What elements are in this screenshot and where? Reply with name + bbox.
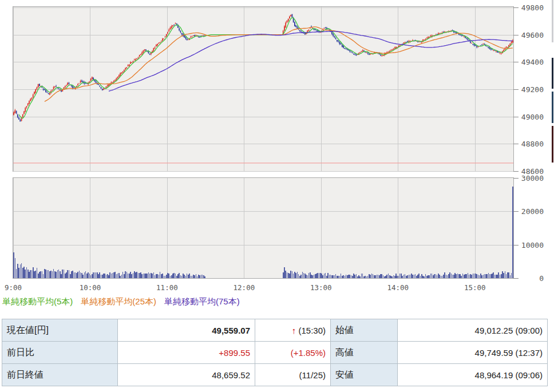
moving-average-legend: 単純移動平均(5本)単純移動平均(25本)単純移動平均(75本): [2, 296, 248, 308]
change-percent: (+1.85%): [255, 342, 331, 364]
up-arrow-icon: ↑: [292, 326, 296, 335]
prev-close-value: 48,659.52: [118, 364, 255, 386]
svg-text:49800: 49800: [521, 3, 544, 12]
svg-text:15:00: 15:00: [464, 283, 486, 292]
table-row-prev-close: 前日終値 48,659.52 (11/25) 安値 48,964.19 (09:…: [2, 364, 548, 386]
svg-text:30000: 30000: [521, 174, 544, 183]
svg-text:48800: 48800: [521, 140, 544, 148]
axis-ticks: [513, 8, 519, 279]
price-volume-chart: 4860048800490004920049400496004980001000…: [0, 0, 554, 295]
high-label: 高値: [331, 342, 398, 364]
svg-text:49600: 49600: [521, 31, 544, 39]
edge-strip: [552, 92, 553, 123]
svg-text:10000: 10000: [521, 241, 544, 250]
quote-summary-table: 現在値[円] 49,559.07 ↑ (15:30) 始値 49,012.25 …: [2, 319, 548, 386]
time-axis-labels: 9:0010:0011:0012:0013:0014:0015:00: [5, 283, 486, 292]
change-label: 前日比: [2, 342, 118, 364]
current-price-label: 現在値[円]: [2, 319, 118, 342]
svg-text:13:00: 13:00: [310, 283, 332, 292]
svg-text:49400: 49400: [521, 58, 544, 66]
current-price-value: 49,559.07: [118, 319, 255, 342]
price-axis-labels: 4860048800490004920049400496004980001000…: [521, 3, 544, 283]
table-row-change: 前日比 +899.55 (+1.85%) 高値 49,749.59 (12:37…: [2, 342, 548, 364]
prev-close-date: (11/25): [255, 364, 331, 386]
volume-pane: [13, 178, 514, 279]
low-value: 48,964.19 (09:06): [398, 364, 548, 386]
price-pane: [13, 7, 514, 172]
open-label: 始値: [331, 319, 398, 342]
svg-text:49000: 49000: [521, 113, 544, 121]
svg-text:9:00: 9:00: [5, 283, 22, 292]
svg-text:20000: 20000: [521, 207, 544, 216]
svg-text:10:00: 10:00: [80, 283, 101, 292]
table-row-current: 現在値[円] 49,559.07 ↑ (15:30) 始値 49,012.25 …: [2, 319, 548, 342]
svg-text:11:00: 11:00: [156, 283, 178, 292]
stock-chart-page: 4860048800490004920049400496004980001000…: [0, 0, 554, 392]
svg-text:0: 0: [539, 274, 544, 283]
prev-close-label: 前日終値: [2, 364, 118, 386]
low-label: 安値: [331, 364, 398, 386]
current-price-extra: ↑ (15:30): [255, 319, 331, 342]
svg-text:12:00: 12:00: [234, 283, 255, 292]
open-value: 49,012.25 (09:00): [398, 319, 548, 342]
svg-text:49200: 49200: [521, 85, 544, 94]
legend-item-ma25: 単純移動平均(25本): [81, 296, 156, 307]
legend-item-ma5: 単純移動平均(5本): [2, 296, 73, 307]
high-value: 49,749.59 (12:37): [398, 342, 548, 364]
change-value: +899.55: [118, 342, 255, 364]
panes: [13, 7, 514, 279]
edge-strip: [552, 0, 553, 42]
legend-item-ma75: 単純移動平均(75本): [164, 296, 240, 307]
svg-text:14:00: 14:00: [387, 283, 409, 292]
edge-strip: [552, 126, 553, 163]
edge-strip: [552, 58, 553, 89]
